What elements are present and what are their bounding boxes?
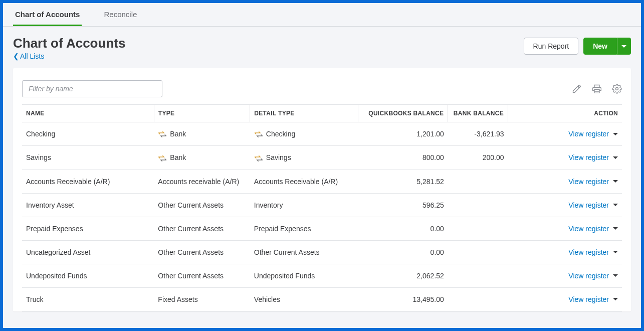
cell-action: View register [508,287,622,311]
table-row: Undeposited Funds Other Current Assets U… [22,264,622,287]
cell-bank-balance [448,240,508,264]
tab-reconcile[interactable]: Reconcile [102,3,139,26]
cell-action: View register [508,170,622,193]
cell-qb-balance: 5,281.52 [358,170,448,193]
view-register-link[interactable]: View register [568,248,618,256]
cell-type: Other Current Assets [154,217,250,240]
col-header-type[interactable]: TYPE [154,105,250,122]
cell-action: View register [508,146,622,170]
view-register-link[interactable]: View register [568,295,618,303]
col-header-qb-balance[interactable]: QUICKBOOKS BALANCE [358,105,448,122]
print-icon[interactable] [592,84,602,94]
col-header-action[interactable]: ACTION [508,105,622,122]
cell-name: Undeposited Funds [22,264,154,287]
view-register-link[interactable]: View register [568,201,618,209]
caret-down-icon [613,156,618,159]
cell-name: Prepaid Expenses [22,217,154,240]
cell-bank-balance [448,217,508,240]
cell-detail: Undeposited Funds [250,264,358,287]
cell-name: Accounts Receivable (A/R) [22,170,154,193]
accounts-card: NAME TYPE DETAIL TYPE QUICKBOOKS BALANCE… [13,68,631,311]
back-link-label: All Lists [20,52,44,60]
chevron-left-icon: ❮ [13,52,19,60]
table-row: Inventory Asset Other Current Assets Inv… [22,193,622,217]
back-link-all-lists[interactable]: ❮ All Lists [13,52,125,60]
caret-down-icon [613,298,618,300]
action-label: View register [568,153,609,161]
cell-qb-balance: 2,062.52 [358,264,448,287]
tab-chart-of-accounts[interactable]: Chart of Accounts [13,3,82,26]
cell-type: Other Current Assets [154,264,250,287]
cell-bank-balance [448,193,508,217]
cell-type-label: Fixed Assets [158,295,197,303]
view-register-link[interactable]: View register [568,153,618,161]
view-register-link[interactable]: View register [568,130,618,138]
cell-detail: Accounts Receivable (A/R) [250,170,358,193]
cell-detail-label: Other Current Assets [254,248,320,256]
run-report-button[interactable]: Run Report [524,38,579,55]
gear-icon[interactable] [612,84,622,94]
cell-action: View register [508,264,622,287]
cell-qb-balance: 800.00 [358,146,448,170]
cell-detail-label: Vehicles [254,295,280,303]
cell-name: Uncategorized Asset [22,240,154,264]
cell-type-label: Other Current Assets [158,201,224,209]
cell-detail: Vehicles [250,287,358,311]
page-header: Chart of Accounts ❮ All Lists Run Report… [3,27,641,65]
action-label: View register [568,225,609,233]
cell-type: Bank [154,146,250,170]
cell-type: Accounts receivable (A/R) [154,170,250,193]
cell-detail: Inventory [250,193,358,217]
bank-transfer-icon [254,155,263,162]
action-label: View register [568,295,609,303]
caret-down-icon [613,227,618,230]
cell-type-label: Other Current Assets [158,272,224,280]
action-label: View register [568,201,609,209]
bank-transfer-icon [158,155,167,162]
caret-down-icon [613,180,618,183]
cell-bank-balance [448,170,508,193]
cell-name: Truck [22,287,154,311]
cell-bank-balance [448,287,508,311]
cell-detail-label: Undeposited Funds [254,272,315,280]
table-row: Truck Fixed Assets Vehicles 13,495.00 Vi… [22,287,622,311]
filter-input[interactable] [22,80,162,97]
cell-name: Checking [22,122,154,146]
cell-detail-label: Checking [266,130,295,138]
table-row: Prepaid Expenses Other Current Assets Pr… [22,217,622,240]
cell-action: View register [508,217,622,240]
cell-detail-label: Inventory [254,201,283,209]
cell-name: Savings [22,146,154,170]
cell-type-label: Other Current Assets [158,225,224,233]
cell-type: Other Current Assets [154,193,250,217]
new-button[interactable]: New [583,38,617,55]
cell-name: Inventory Asset [22,193,154,217]
table-row: Checking Bank Checking 1,201.00 -3,621.9… [22,122,622,146]
page-title: Chart of Accounts [13,36,125,51]
cell-qb-balance: 0.00 [358,217,448,240]
cell-type: Fixed Assets [154,287,250,311]
new-button-dropdown[interactable] [617,38,631,55]
caret-down-icon [613,274,618,277]
edit-icon[interactable] [572,84,582,94]
col-header-name[interactable]: NAME [22,105,154,122]
view-register-link[interactable]: View register [568,178,618,186]
view-register-link[interactable]: View register [568,225,618,233]
cell-action: View register [508,240,622,264]
cell-bank-balance: -3,621.93 [448,122,508,146]
col-header-detail-type[interactable]: DETAIL TYPE [250,105,358,122]
accounts-table: NAME TYPE DETAIL TYPE QUICKBOOKS BALANCE… [22,104,622,311]
cell-qb-balance: 596.25 [358,193,448,217]
caret-down-icon [613,204,618,206]
cell-type-label: Bank [170,130,186,138]
svg-point-0 [616,88,618,90]
col-header-bank-balance[interactable]: BANK BALANCE [448,105,508,122]
bank-transfer-icon [254,131,263,138]
cell-detail: Other Current Assets [250,240,358,264]
cell-type-label: Bank [170,153,186,161]
action-label: View register [568,248,609,256]
cell-bank-balance: 200.00 [448,146,508,170]
action-label: View register [568,272,609,280]
tabbar: Chart of Accounts Reconcile [3,3,641,27]
view-register-link[interactable]: View register [568,272,618,280]
